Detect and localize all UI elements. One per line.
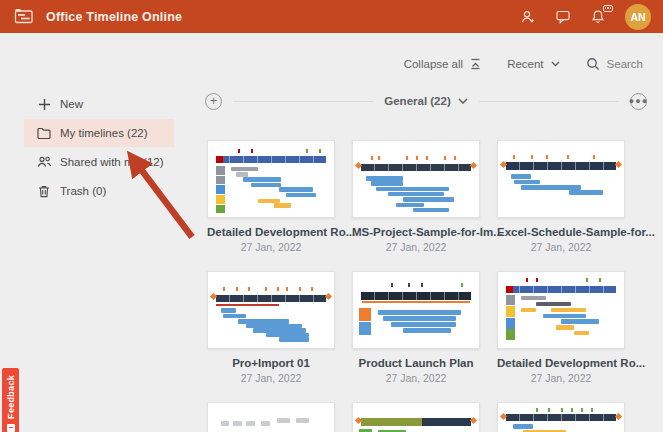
card-date: 27 Jan, 2022 [207,241,335,253]
group-title: General (22) [384,95,450,107]
sidebar-item-label: New [60,98,83,110]
card-date: 27 Jan, 2022 [207,372,335,384]
card-thumbnail [497,271,625,349]
sidebar-item-label: Shared with me (12) [60,156,164,168]
timeline-card[interactable]: Detailed Development Ro... 27 Jan, 2022 [207,140,335,253]
card-title: MS-Project-Sample-for-Im... [352,226,480,238]
sidebar-item-label: My timelines (22) [60,127,148,139]
timeline-card[interactable]: Detailed Development Ro... 27 Jan, 2022 [497,271,625,384]
group-title-toggle[interactable]: General (22) [384,95,467,107]
timeline-card[interactable]: MS-Project-Sample-for-Im... 27 Jan, 2022 [352,140,480,253]
timeline-card[interactable] [207,402,335,432]
notifications-bell-icon[interactable] [590,9,606,25]
sidebar-item-new[interactable]: New [24,90,174,118]
people-icon [36,156,52,168]
search-placeholder: Search [607,58,643,70]
folder-icon [36,127,52,139]
sidebar-item-label: Trash (0) [60,185,106,197]
timeline-grid: Detailed Development Ro... 27 Jan, 2022 … [207,140,629,432]
collapse-icon [470,58,481,70]
search-control[interactable]: Search [586,57,643,71]
sidebar: New My timelines (22) Shared with me (12… [0,33,200,206]
card-date: 27 Jan, 2022 [352,372,480,384]
card-date: 27 Jan, 2022 [352,241,480,253]
invite-user-icon[interactable] [519,9,536,25]
timeline-card[interactable] [497,402,625,432]
card-date: 27 Jan, 2022 [497,241,625,253]
search-icon [586,57,600,71]
card-thumbnail [352,140,480,218]
card-title: Detailed Development Ro... [497,357,625,369]
timeline-card[interactable]: Pro+Import 01 27 Jan, 2022 [207,271,335,384]
timeline-card[interactable] [352,402,480,432]
group-divider-line [479,101,619,102]
timeline-card[interactable]: Product Launch Plan 27 Jan, 2022 [352,271,480,384]
card-date: 27 Jan, 2022 [497,372,625,384]
card-title: Product Launch Plan [352,357,480,369]
plus-icon [36,98,52,111]
app-header: Office Timeline Online AN [0,0,663,33]
app-title: Office Timeline Online [46,10,182,24]
card-thumbnail [352,271,480,349]
group-divider-line [233,101,373,102]
group-more-options-button[interactable]: ●●● [630,93,647,110]
feedback-icon [7,424,15,432]
card-thumbnail [207,271,335,349]
card-thumbnail [207,402,335,432]
collapse-all-label: Collapse all [404,58,463,70]
chat-icon[interactable] [555,9,571,24]
trash-icon [36,185,52,198]
add-group-button[interactable]: + [205,93,222,110]
sort-dropdown[interactable]: Recent [507,58,559,70]
chevron-down-icon [458,98,468,104]
card-thumbnail [207,140,335,218]
sidebar-item-shared-with-me[interactable]: Shared with me (12) [24,148,174,176]
timeline-card[interactable]: Excel-Schedule-Sample-for... 27 Jan, 202… [497,140,625,253]
collapse-all-button[interactable]: Collapse all [404,58,481,70]
card-thumbnail [497,402,625,432]
card-title: Excel-Schedule-Sample-for... [497,226,625,238]
app-logo-icon [14,8,34,25]
feedback-tab[interactable]: Feedback [2,368,19,432]
card-thumbnail [352,402,480,432]
card-title: Pro+Import 01 [207,357,335,369]
chevron-down-icon [551,61,560,67]
card-title: Detailed Development Ro... [207,226,335,238]
card-thumbnail [497,140,625,218]
avatar[interactable]: AN [625,4,651,30]
feedback-label: Feedback [6,375,16,419]
sort-label: Recent [507,58,543,70]
view-toolbar: Collapse all Recent Search [404,57,643,71]
sidebar-item-my-timelines[interactable]: My timelines (22) [24,119,174,147]
sidebar-item-trash[interactable]: Trash (0) [24,177,174,205]
group-header: + General (22) ●●● [205,92,647,110]
notification-badge [603,5,613,12]
